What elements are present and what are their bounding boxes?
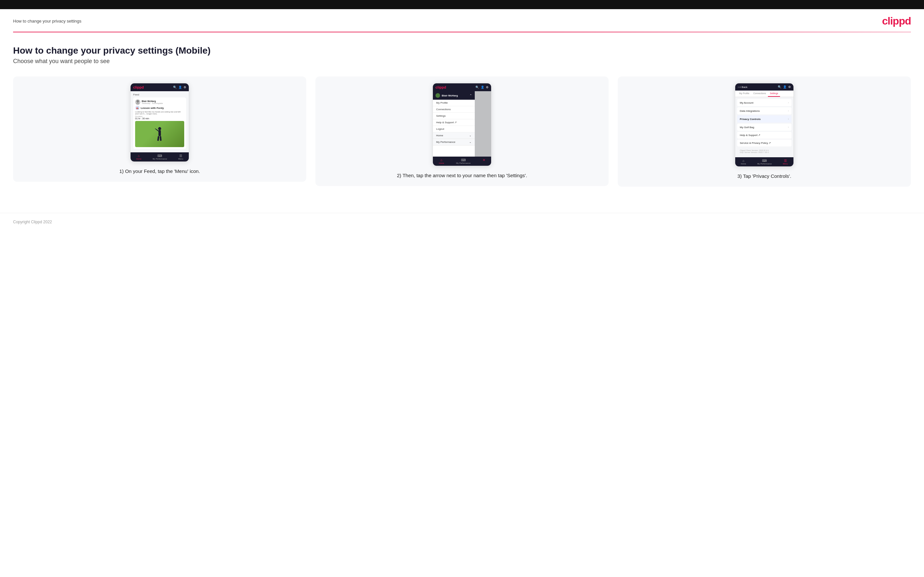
phone3-back-button[interactable]: ‹ < Back [738, 85, 747, 89]
phone2-bg-content [475, 91, 491, 99]
phone2-nav-home: ⌂ Home [439, 158, 444, 164]
back-chevron-icon: ‹ [738, 85, 739, 89]
phone-mockup-2: clippd 🔍 👤 ⚙ [433, 83, 491, 166]
page-subtitle: Choose what you want people to see [13, 58, 911, 65]
settings-item-my-golf-bag[interactable]: My Golf Bag › [737, 124, 792, 131]
step-3-caption: 3) Tap 'Privacy Controls'. [738, 172, 792, 180]
phone1-nav-home-label: Home [136, 158, 141, 160]
phone2-menu-item-help[interactable]: Help & Support ↗ [433, 119, 475, 126]
footer: Copyright Clippd 2022 [0, 213, 924, 231]
phone1-post: Blair McHarg Yesterday · Sunningdale 🏭 L… [133, 97, 186, 149]
settings-item-my-account[interactable]: My Account › [737, 99, 792, 106]
phone2-menu-item-settings[interactable]: Settings [433, 113, 475, 119]
phone2-layout: Blair McHarg ⌃ My Profile Connections Se… [433, 91, 491, 156]
top-bar [0, 0, 924, 9]
phone2-menu-avatar [436, 93, 440, 98]
phone2-menu-section-performance[interactable]: My Performance ⌄ [433, 139, 475, 145]
svg-point-1 [136, 103, 140, 105]
phone1-lesson-icon: 🏭 [135, 106, 140, 110]
settings-item-privacy-controls[interactable]: Privacy Controls › [737, 115, 792, 122]
phone1-icons: 🔍 👤 ⚙ [173, 85, 186, 89]
tab-settings[interactable]: Settings [768, 90, 780, 97]
header: How to change your privacy settings clip… [0, 9, 924, 32]
logo: clippd [882, 15, 911, 27]
settings-item-data-integrations-label: Data Integrations [740, 110, 760, 113]
phone2-menu-username: Blair McHarg [442, 94, 458, 97]
svg-point-0 [136, 100, 139, 103]
step-2-caption: 2) Then, tap the arrow next to your name… [397, 172, 527, 179]
golfer-silhouette [155, 127, 165, 145]
settings-item-help-support[interactable]: Help & Support ↗ [737, 132, 792, 139]
tab-myprofile[interactable]: My Profile [737, 90, 751, 97]
phone-mockup-1: clippd 🔍 👤 ⚙ Feed [130, 83, 189, 162]
settings-icon: ⚙ [184, 85, 186, 89]
profile-icon-3: 👤 [783, 85, 787, 89]
close-icon: ✕ [483, 158, 485, 162]
tab-connections[interactable]: Connections [751, 90, 768, 97]
search-icon-3: 🔍 [778, 85, 781, 89]
phone2-menu-user-row: Blair McHarg ⌃ [433, 91, 475, 100]
phone1-bottom-nav: ⌂ Home ⌨ My Performance ☰ Menu [131, 152, 189, 161]
phone1-user-info: Blair McHarg Yesterday · Sunningdale [142, 100, 163, 104]
phone1-duration-val: 01 hr : 30 min [135, 118, 184, 120]
phone1-logo: clippd [133, 85, 144, 89]
chevron-right-icon-2: › [788, 109, 789, 113]
phone-mockup-3: ‹ < Back 🔍 👤 ⚙ My Profile Connections Se… [735, 83, 794, 167]
phone3-settings-body: My Account › Data Integrations › Privacy… [735, 97, 793, 157]
chevron-right-icon-3: › [788, 118, 789, 121]
phone1-time: Yesterday · Sunningdale [142, 102, 163, 104]
profile-icon-2: 👤 [481, 85, 484, 89]
phone2-header: clippd 🔍 👤 ⚙ [433, 83, 491, 91]
phone2-menu-item-connections[interactable]: Connections [433, 106, 475, 113]
step-1-caption: 1) On your Feed, tap the 'Menu' icon. [120, 168, 200, 175]
phone2-nav-close[interactable]: ✕ [483, 158, 485, 164]
phone1-header: clippd 🔍 👤 ⚙ [131, 83, 189, 91]
phone2-nav-home-label: Home [439, 162, 444, 164]
settings-item-data-integrations[interactable]: Data Integrations › [737, 107, 792, 114]
phone2-menu-user-info: Blair McHarg [436, 93, 458, 98]
phone3-nav-home-label: Home [741, 163, 746, 165]
step-1-card: clippd 🔍 👤 ⚙ Feed [13, 76, 306, 182]
phone2-nav-performance: ⌨ My Performance [456, 158, 470, 164]
phone3-server-version: GQL Server Version: 2022.7.30-1 [740, 152, 789, 153]
phone2-menu-item-logout[interactable]: Logout [433, 126, 475, 132]
phone2-bottom-nav: ⌂ Home ⌨ My Performance ✕ [433, 156, 491, 166]
phone2-menu-section-home[interactable]: Home ⌄ [433, 132, 475, 139]
phone1-lesson-title: Lesson with Fordy [141, 106, 164, 110]
phone3-bottom-nav: ⌂ Home ⌨ My Performance ☰ Menu [735, 157, 793, 166]
phone2-menu-panel: Blair McHarg ⌃ My Profile Connections Se… [433, 91, 475, 156]
home-icon-2: ⌂ [440, 158, 443, 162]
phone3-version-info: Clippd Client Version: 2022.8.3-3 GQL Se… [737, 147, 792, 155]
svg-rect-7 [160, 136, 162, 141]
phone1-avatar [135, 99, 141, 105]
phone2-performance-chevron: ⌄ [469, 140, 472, 143]
performance-icon-2: ⌨ [461, 158, 465, 162]
phone3-nav-performance-label: My Performance [757, 163, 772, 165]
step-3-card: ‹ < Back 🔍 👤 ⚙ My Profile Connections Se… [618, 76, 911, 187]
phone3-nav-menu[interactable]: ☰ Menu [783, 159, 788, 165]
performance-icon-3: ⌨ [762, 159, 767, 163]
copyright-text: Copyright Clippd 2022 [13, 220, 52, 224]
phone3-nav-performance: ⌨ My Performance [757, 159, 772, 165]
phone1-nav-performance: ⌨ My Performance [152, 154, 167, 160]
phone2-chevron-up: ⌃ [470, 94, 472, 97]
phone1-nav-home: ⌂ Home [136, 154, 141, 160]
svg-rect-6 [157, 136, 159, 141]
settings-item-service-privacy[interactable]: Service & Privacy Policy ↗ [737, 140, 792, 147]
phone2-menu-item-myprofile[interactable]: My Profile [433, 100, 475, 106]
chevron-right-icon-4: › [788, 126, 789, 129]
settings-item-my-golf-bag-label: My Golf Bag [740, 126, 754, 129]
settings-item-my-account-label: My Account [740, 102, 753, 104]
menu-icon: ☰ [179, 154, 182, 158]
home-icon-3: ⌂ [742, 159, 745, 163]
phone1-golf-image [135, 121, 184, 147]
phone1-nav-menu[interactable]: ☰ Menu [178, 154, 183, 160]
phone1-user-row: Blair McHarg Yesterday · Sunningdale [135, 99, 184, 105]
main-content: How to change your privacy settings (Mob… [0, 32, 924, 206]
search-icon-2: 🔍 [475, 85, 479, 89]
settings-icon-3: ⚙ [788, 85, 791, 89]
step-2-card: clippd 🔍 👤 ⚙ [315, 76, 609, 186]
performance-icon: ⌨ [157, 154, 162, 158]
phone1-body: Feed Blair McHarg Yesterday · Sunningdal… [131, 91, 189, 152]
phone3-nav-home: ⌂ Home [741, 159, 746, 165]
